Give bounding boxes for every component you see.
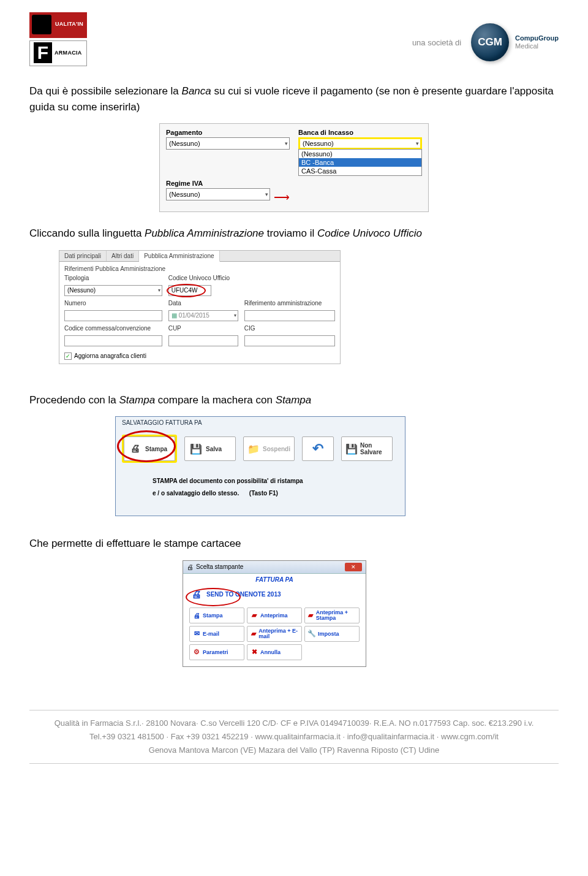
rif-input[interactable] bbox=[244, 310, 335, 321]
rif-label: Riferimento amministrazione bbox=[244, 300, 335, 307]
cgm-line1: CompuGroup bbox=[515, 34, 559, 42]
codice-value: UFUC4W bbox=[172, 287, 198, 294]
folder-icon: 📁 bbox=[247, 441, 260, 456]
back-button[interactable]: ↶ bbox=[302, 436, 334, 461]
para3-d: Stampa bbox=[276, 394, 312, 406]
chevron-down-icon: ▾ bbox=[234, 313, 236, 318]
para2-b: Pubblica Amministrazione bbox=[145, 227, 264, 239]
fattura-title: FATTURA PA bbox=[183, 574, 366, 585]
codice-input[interactable]: UFUC4W bbox=[168, 285, 211, 296]
banca-opt-1[interactable]: BC -Banca bbox=[299, 158, 421, 167]
banca-opt-0[interactable]: (Nessuno) bbox=[299, 150, 421, 158]
numero-input[interactable] bbox=[64, 310, 162, 321]
pdf-icon: ▰ bbox=[250, 611, 258, 620]
screenshot-pubblica-amm: Dati principali Altri dati Pubblica Ammi… bbox=[59, 250, 341, 364]
regime-value: (Nessuno) bbox=[169, 191, 200, 198]
logo-qualita-farmacia bbox=[29, 12, 87, 66]
opt-email[interactable]: ✉E-mail bbox=[189, 626, 244, 642]
desc-line2b: (Tasto F1) bbox=[249, 490, 278, 497]
tipologia-label: Tipologia bbox=[64, 275, 162, 281]
para2-d: Codice Univoco Ufficio bbox=[317, 227, 422, 239]
logo-farmacia-icon bbox=[29, 40, 87, 66]
cig-input[interactable] bbox=[244, 335, 335, 346]
non-salvare-button[interactable]: 💾 Non Salvare bbox=[341, 436, 393, 461]
opt-annulla[interactable]: ✖Annulla bbox=[247, 644, 302, 660]
numero-label: Numero bbox=[64, 300, 162, 307]
close-icon[interactable]: ✕ bbox=[345, 563, 362, 571]
opt-label: Annulla bbox=[260, 649, 281, 655]
opt-anteprima-email[interactable]: ▰Anteprima + E-mail bbox=[247, 626, 302, 642]
printer-selection[interactable]: 🖨 SEND TO ONENOTE 2013 bbox=[183, 585, 366, 604]
footer-line3: Genova Mantova Marcon (VE) Mazara del Va… bbox=[29, 744, 559, 757]
para1-b: Banca bbox=[182, 85, 211, 97]
salva-button[interactable]: 💾 Salva bbox=[184, 436, 236, 461]
envelope-icon: ✉ bbox=[192, 630, 201, 638]
data-label: Data bbox=[168, 300, 238, 307]
commessa-label: Codice commessa/convenzione bbox=[64, 325, 162, 332]
group-title: Riferimenti Pubblica Amministrazione bbox=[64, 265, 335, 272]
opt-label: E-mail bbox=[203, 631, 219, 637]
chevron-down-icon: ▾ bbox=[158, 288, 160, 293]
para3-b: Stampa bbox=[119, 394, 156, 406]
para2-a: Cliccando sulla linguetta bbox=[29, 227, 145, 239]
cgm-logo-icon: CGM bbox=[471, 23, 509, 61]
tab-altri-dati[interactable]: Altri dati bbox=[107, 251, 139, 261]
pagamento-combo[interactable]: (Nessuno) ▾ bbox=[166, 137, 290, 150]
banca-opt-2[interactable]: CAS-Cassa bbox=[299, 167, 421, 175]
banca-value: (Nessuno) bbox=[303, 140, 334, 147]
non-salvare-label: Non Salvare bbox=[360, 442, 388, 455]
societa-label: una società di bbox=[412, 38, 461, 47]
data-input[interactable]: ▦ 01/04/2015 ▾ bbox=[168, 310, 238, 321]
screenshot-scelta-stampante: 🖨 Scelta stampante ✕ FATTURA PA 🖨 SEND T… bbox=[183, 560, 366, 667]
sospendi-label: Sospendi bbox=[263, 446, 290, 452]
cig-label: CIG bbox=[244, 325, 335, 332]
screenshot-salvataggio: SALVATAGGIO FATTURA PA 🖨 Stampa 💾 Salva … bbox=[115, 416, 405, 516]
data-value: 01/04/2015 bbox=[179, 312, 209, 319]
gear-icon: ⚙ bbox=[192, 648, 201, 657]
sospendi-button[interactable]: 📁 Sospendi bbox=[243, 436, 295, 461]
tab-pubblica-amm[interactable]: Pubblica Amministrazione bbox=[139, 251, 220, 262]
regime-label: Regime IVA bbox=[166, 180, 270, 187]
checkbox-row: ✓ Aggiorna anagrafica clienti bbox=[64, 352, 335, 360]
opt-label: Anteprima + E-mail bbox=[258, 628, 299, 639]
opt-anteprima-stampa[interactable]: ▰Anteprima + Stampa bbox=[304, 607, 360, 623]
chevron-down-icon: ▾ bbox=[265, 191, 268, 197]
commessa-input[interactable] bbox=[64, 335, 162, 346]
chevron-down-icon: ▾ bbox=[285, 140, 288, 147]
opt-stampa[interactable]: 🖨Stampa bbox=[189, 607, 244, 623]
banca-combo[interactable]: (Nessuno) ▾ bbox=[298, 137, 422, 150]
opt-imposta[interactable]: 🔧Imposta bbox=[304, 626, 360, 642]
checkbox-aggiorna[interactable]: ✓ bbox=[64, 352, 72, 360]
desc-line1: STAMPA del documento con possibilita' di… bbox=[153, 475, 399, 487]
stampa-button[interactable]: 🖨 Stampa bbox=[124, 436, 175, 461]
opt-label: Anteprima + Stampa bbox=[316, 610, 356, 621]
window-titlebar: 🖨 Scelta stampante ✕ bbox=[183, 561, 366, 574]
tab-dati-principali[interactable]: Dati principali bbox=[59, 251, 107, 261]
footer-line1: Qualità in Farmacia S.r.l.· 28100 Novara… bbox=[29, 717, 559, 730]
para3-c: compare la machera con bbox=[155, 394, 276, 406]
tabs: Dati principali Altri dati Pubblica Ammi… bbox=[59, 251, 340, 262]
x-icon: ✖ bbox=[250, 648, 258, 657]
para3-a: Procedendo con la bbox=[29, 394, 119, 406]
footer-line2: Tel.+39 0321 481500 · Fax +39 0321 45221… bbox=[29, 730, 559, 744]
opt-parametri[interactable]: ⚙Parametri bbox=[189, 644, 244, 660]
paragraph-2: Cliccando sulla linguetta Pubblica Ammin… bbox=[29, 226, 559, 242]
logo-qualita-icon bbox=[29, 12, 87, 38]
page-footer: Qualità in Farmacia S.r.l.· 28100 Novara… bbox=[29, 710, 559, 764]
opt-anteprima[interactable]: ▰Anteprima bbox=[247, 607, 302, 623]
printer-icon: 🖨 bbox=[128, 441, 143, 456]
pagamento-value: (Nessuno) bbox=[169, 140, 200, 147]
tipologia-combo[interactable]: (Nessuno) ▾ bbox=[64, 285, 162, 296]
cup-input[interactable] bbox=[168, 335, 238, 346]
paragraph-1: Da qui è possibile selezionare la Banca … bbox=[29, 83, 559, 115]
paragraph-4: Che permette di effettuare le stampe car… bbox=[29, 536, 559, 552]
wrench-icon: 🔧 bbox=[307, 630, 316, 638]
calendar-icon: ▦ bbox=[172, 312, 177, 319]
pdf-icon: ▰ bbox=[250, 630, 257, 638]
pdf-printer-icon: ▰ bbox=[307, 611, 314, 620]
printer-icon: 🖨 bbox=[187, 563, 194, 571]
printer-icon: 🖨 bbox=[192, 611, 201, 620]
regime-combo[interactable]: (Nessuno) ▾ bbox=[166, 188, 270, 200]
banca-dropdown[interactable]: (Nessuno) BC -Banca CAS-Cassa bbox=[298, 149, 422, 176]
dialog-title: SALVATAGGIO FATTURA PA bbox=[122, 419, 399, 426]
